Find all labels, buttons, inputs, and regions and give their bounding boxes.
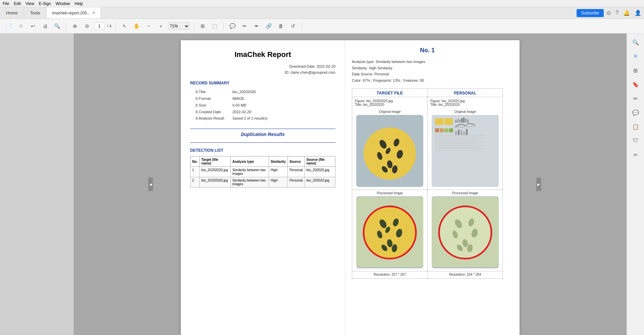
cookie-svg-left: [356, 115, 423, 187]
svg-rect-30: [435, 137, 482, 137]
original-label-right: Original Image: [454, 110, 476, 114]
document-area[interactable]: ◀ ▶ ImaChek Report Download Date: 2022-0…: [74, 34, 627, 335]
col-no: No.: [191, 156, 200, 167]
menu-esign[interactable]: E-Sign: [39, 1, 51, 6]
layers-icon[interactable]: ≡: [630, 50, 642, 62]
tab-home[interactable]: Home: [0, 7, 24, 18]
grid-icon[interactable]: ⊞: [630, 64, 642, 76]
nav-up-icon[interactable]: ⊕: [70, 21, 79, 31]
new-file-icon[interactable]: 📄: [4, 21, 13, 31]
link-icon[interactable]: 🔗: [264, 21, 273, 31]
target-figure-info: Figure: bio_20202020.jpg Title: bio_2020…: [352, 97, 427, 109]
comparison-grid: TARGET FILE PERSONAL Figure: bio_2020202…: [352, 88, 503, 279]
tab-file[interactable]: imachek-report-200... ✕: [47, 7, 101, 18]
bell-icon[interactable]: 🔔: [623, 10, 630, 16]
target-header: TARGET FILE: [352, 89, 427, 97]
personal-figure: Figure: bio_202020.jpg: [430, 99, 500, 103]
help-circle-icon[interactable]: ?: [615, 10, 619, 16]
report-number: No. 1: [352, 47, 503, 54]
data-source-line: Data Source: Personal: [352, 71, 503, 77]
target-processed-image: [356, 196, 423, 268]
color-fingerprint-line: Color: 67% ; Fingerprint: 13% ; Features…: [352, 77, 503, 84]
resolution-right: Resolution: 254 * 254: [427, 271, 502, 278]
comment-icon[interactable]: 💬: [228, 21, 237, 31]
marquee-icon[interactable]: ⬚: [210, 21, 219, 31]
target-original-image: [356, 115, 423, 187]
target-title: Title: bio_20202020: [355, 103, 425, 107]
menu-help[interactable]: Help: [75, 1, 83, 6]
user-icon[interactable]: 👤: [635, 10, 641, 16]
size-value: 0.03 MB: [232, 102, 246, 109]
search-icon[interactable]: 🔍: [52, 21, 62, 31]
svg-rect-23: [449, 128, 453, 132]
undo-icon[interactable]: ↺: [288, 21, 298, 31]
svg-point-1: [364, 127, 416, 180]
main-layout: ◀ ▶ ImaChek Report Download Date: 2022-0…: [0, 34, 644, 335]
col-similarity: Similarity: [269, 156, 287, 167]
cursor-icon[interactable]: ↖: [120, 21, 129, 31]
account-icon[interactable]: ⊙: [606, 10, 611, 16]
processed-svg-right: [432, 197, 499, 267]
record-row-size: ß Size: 0.03 MB: [196, 102, 335, 109]
form-icon[interactable]: 📋: [630, 121, 642, 133]
format-value: IMAGE: [232, 95, 244, 102]
svg-rect-35: [435, 145, 483, 146]
personal-original-image: [432, 115, 499, 187]
tab-close-icon[interactable]: ✕: [92, 11, 95, 15]
processed-label-left: Processed Image: [377, 191, 403, 195]
menu-edit[interactable]: Edit: [14, 1, 21, 6]
analysis-info: Analysis type: Similarity between two im…: [352, 59, 503, 84]
hand-icon[interactable]: ✋: [132, 21, 141, 31]
cell-no-1: 1: [191, 167, 200, 177]
cell-sim-1: High: [269, 167, 287, 177]
svg-rect-14: [457, 119, 459, 123]
svg-rect-28: [466, 129, 468, 135]
created-value: 2022-02-20: [232, 109, 251, 116]
svg-rect-24: [455, 131, 457, 135]
chat-icon[interactable]: 💬: [630, 107, 642, 119]
delete-icon[interactable]: 🗑: [276, 21, 285, 31]
svg-rect-34: [435, 143, 475, 144]
personal-processed-image: [432, 196, 499, 268]
analysis-type-line: Analysis type: Similarity between two im…: [352, 59, 503, 65]
tab-tools[interactable]: Tools: [24, 7, 47, 18]
zoom-out-icon[interactable]: −: [144, 21, 153, 31]
zoom-in-icon[interactable]: +: [156, 21, 165, 31]
svg-rect-37: [435, 148, 485, 149]
shield-icon[interactable]: 🛡: [630, 135, 642, 147]
highlight-icon[interactable]: ✒: [252, 21, 261, 31]
zoom-select[interactable]: 71% 50% 75% 100% 125% 150%: [168, 22, 190, 30]
svg-rect-26: [461, 130, 462, 135]
bookmark-icon[interactable]: 🔖: [630, 78, 642, 90]
personal-processed-area: Processed Image: [427, 190, 502, 271]
scissors-icon[interactable]: ✂: [630, 149, 642, 161]
menu-window[interactable]: Window: [56, 1, 70, 6]
cell-source-1: Personal: [287, 167, 304, 177]
zoom-magnify-icon[interactable]: 🔍: [630, 36, 642, 48]
pen-tool-icon[interactable]: ✏: [630, 92, 642, 105]
personal-figure-info: Figure: bio_202020.jpg Title: bio_202020…: [427, 97, 502, 109]
tab-file-label: imachek-report-200...: [52, 11, 90, 15]
page-left-arrow[interactable]: ◀: [148, 178, 153, 191]
svg-rect-33: [435, 142, 485, 142]
crop-icon[interactable]: ⊞: [198, 21, 207, 31]
page-number-input[interactable]: [94, 22, 104, 30]
nav-down-icon[interactable]: ⊖: [82, 21, 92, 31]
back-icon[interactable]: ↩: [28, 21, 38, 31]
menu-view[interactable]: View: [25, 1, 34, 6]
record-row-format: ß Format: IMAGE: [196, 95, 335, 102]
svg-rect-25: [458, 130, 460, 135]
star-icon[interactable]: ☆: [16, 21, 25, 31]
divider2: [190, 142, 335, 143]
menu-file[interactable]: File: [3, 1, 9, 6]
print-icon[interactable]: 🖨: [40, 21, 50, 31]
svg-rect-13: [455, 120, 457, 123]
processed-svg-left: [356, 197, 423, 267]
svg-rect-16: [461, 118, 463, 123]
page-right-arrow[interactable]: ▶: [536, 178, 541, 191]
sep3: [194, 22, 194, 30]
subscribe-button[interactable]: Subscribe: [577, 9, 604, 17]
pencil-icon[interactable]: ✏: [240, 21, 249, 31]
svg-rect-12: [444, 118, 453, 125]
divider1: [190, 129, 335, 129]
